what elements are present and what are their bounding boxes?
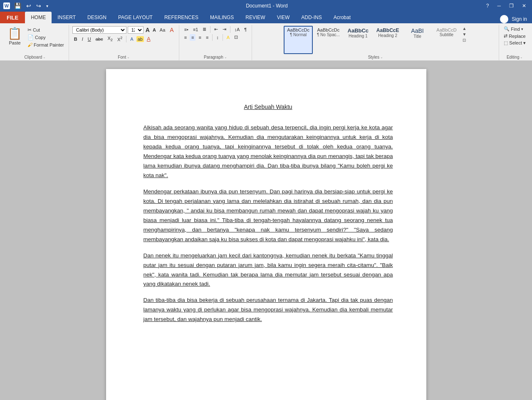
style-subtitle-label: Subtitle: [436, 32, 458, 37]
replace-icon: ⇄: [504, 33, 507, 39]
align-left-btn[interactable]: ≡: [183, 34, 188, 41]
cut-label: Cut: [33, 27, 40, 32]
restore-btn[interactable]: ❐: [507, 2, 516, 10]
clipboard-label[interactable]: Clipboard ⌄: [5, 55, 65, 59]
strikethrough-btn[interactable]: abc: [94, 36, 105, 42]
style-normal[interactable]: AaBbCcDc ¶ Normal: [284, 26, 313, 54]
style-heading2[interactable]: AaBbCcE Heading 2: [373, 26, 403, 54]
replace-button[interactable]: ⇄ Replace: [502, 33, 527, 39]
subscript-btn[interactable]: X2: [106, 35, 114, 43]
ribbon-tabs: FILE HOME INSERT DESIGN PAGE LAYOUT REFE…: [0, 12, 532, 23]
tab-acrobat[interactable]: Acrobat: [328, 12, 356, 23]
font-shrink-btn[interactable]: A: [152, 27, 157, 33]
bold-btn[interactable]: B: [72, 36, 79, 42]
editing-content: 🔍 Find ▾ ⇄ Replace ⬚ Select ▾: [502, 25, 527, 54]
clear-format-btn[interactable]: A: [168, 26, 175, 34]
font-family-selector[interactable]: Calibri (Body): [72, 26, 126, 34]
editing-label[interactable]: Editing ⌄: [502, 55, 527, 59]
paragraph-expand-icon: ⌄: [224, 55, 227, 59]
style-normal-preview: AaBbCcDc: [287, 27, 309, 32]
paragraph-label[interactable]: Paragraph ⌄: [183, 55, 249, 59]
save-quick-btn[interactable]: 💾: [12, 2, 23, 10]
style-scroll-up[interactable]: ▲: [462, 26, 468, 31]
justify-btn[interactable]: ≡: [204, 34, 210, 41]
window-controls: ? ─ ❐ ✕: [484, 2, 529, 10]
style-title[interactable]: AaBI Title: [403, 26, 432, 54]
document-page[interactable]: Arti Sebuah Waktu Alkisah ada seorang wa…: [106, 69, 426, 400]
highlight-btn[interactable]: ab: [136, 36, 144, 42]
font-group: Calibri (Body) 12 A A Aa A B I U abc X2 …: [69, 25, 179, 60]
style-scroll-down[interactable]: ▼: [462, 32, 468, 37]
paragraph-3[interactable]: Dan nenek itu mengeluarkan jam kecil dar…: [144, 251, 393, 289]
style-more[interactable]: ⊡: [462, 37, 468, 43]
numbering-btn[interactable]: ≡1: [191, 26, 200, 33]
para-row-1: ≡• ≡1 ≣ ⇤ ⇥ ↕A ¶: [183, 26, 249, 33]
close-btn[interactable]: ✕: [520, 2, 529, 10]
font-row-2: B I U abc X2 X2 A ab A: [72, 35, 152, 43]
tab-page-layout[interactable]: PAGE LAYOUT: [112, 12, 158, 23]
title-bar-title: Document1 - Word: [50, 3, 484, 9]
superscript-btn[interactable]: X2: [116, 35, 124, 43]
style-title-label: Title: [407, 34, 428, 39]
para-divider-4: [223, 34, 223, 41]
select-button[interactable]: ⬚ Select ▾: [502, 40, 527, 46]
para-divider-2: [230, 26, 230, 33]
styles-label[interactable]: Styles ⌄: [255, 55, 495, 59]
format-painter-button[interactable]: 🖌 Format Painter: [26, 42, 65, 48]
underline-btn[interactable]: U: [86, 36, 93, 42]
increase-indent-btn[interactable]: ⇥: [221, 26, 228, 33]
style-heading1-preview: AaBbCc: [347, 27, 369, 34]
font-label[interactable]: Font ⌄: [72, 55, 176, 59]
cut-icon: ✂: [27, 27, 32, 33]
tab-home[interactable]: HOME: [25, 12, 52, 23]
font-grow-btn[interactable]: A: [145, 26, 151, 34]
paragraph-4[interactable]: Dan tiba-tiba dia bisa bekerja di sebuah…: [144, 296, 393, 324]
sign-in-label[interactable]: Sign in: [512, 16, 527, 22]
font-expand-icon: ⌄: [127, 55, 130, 59]
redo-quick-btn[interactable]: ↪: [35, 2, 43, 10]
copy-button[interactable]: 📄 Copy: [26, 34, 65, 41]
cut-button[interactable]: ✂ Cut: [26, 27, 65, 33]
sign-in-area[interactable]: Sign in: [495, 15, 532, 23]
style-heading1[interactable]: AaBbCc Heading 1: [344, 26, 372, 54]
minimize-btn[interactable]: ─: [495, 2, 503, 10]
clipboard-content: 📋 Paste ✂ Cut 📄 Copy 🖌 Format Painter: [5, 25, 65, 54]
format-painter-icon: 🖌: [27, 42, 32, 48]
borders-btn[interactable]: ⊡: [233, 34, 240, 41]
tab-mailings[interactable]: MAILINGS: [204, 12, 240, 23]
tab-references[interactable]: REFERENCES: [158, 12, 204, 23]
sort-btn[interactable]: ↕A: [233, 26, 241, 33]
bullets-btn[interactable]: ≡•: [183, 26, 190, 33]
tab-design[interactable]: DESIGN: [82, 12, 112, 23]
text-effects-btn[interactable]: A: [129, 36, 135, 42]
tab-review[interactable]: REVIEW: [240, 12, 271, 23]
find-icon: 🔍: [504, 26, 510, 32]
change-case-btn[interactable]: Aa: [158, 27, 167, 33]
style-subtitle[interactable]: AaBbCcD Subtitle: [433, 26, 461, 54]
line-spacing-btn[interactable]: ↕: [215, 34, 220, 41]
shading-btn[interactable]: A: [225, 34, 231, 41]
italic-btn[interactable]: I: [80, 36, 85, 42]
decrease-indent-btn[interactable]: ⇤: [213, 26, 220, 33]
quick-access-more-btn[interactable]: ▾: [45, 3, 50, 9]
align-center-btn[interactable]: ≡: [190, 34, 195, 41]
align-right-btn[interactable]: ≡: [197, 34, 203, 41]
tab-view[interactable]: VIEW: [271, 12, 296, 23]
multilevel-list-btn[interactable]: ≣: [201, 26, 208, 33]
find-button[interactable]: 🔍 Find ▾: [502, 26, 524, 32]
font-size-selector[interactable]: 12: [128, 26, 144, 34]
style-normal-label: ¶ Normal: [287, 32, 309, 37]
paragraph-2[interactable]: Mendengar perkataan ibunya dia pun terse…: [144, 187, 393, 244]
undo-quick-btn[interactable]: ↩: [25, 2, 33, 10]
style-nospace[interactable]: AaBbCcDc ¶ No Spac...: [314, 26, 343, 54]
tab-insert[interactable]: INSERT: [52, 12, 82, 23]
tab-file[interactable]: FILE: [0, 12, 25, 23]
paste-button[interactable]: 📋 Paste: [5, 26, 25, 46]
show-formatting-btn[interactable]: ¶: [242, 26, 248, 33]
tab-add-ins[interactable]: ADD-INS: [295, 12, 327, 23]
paragraph-1[interactable]: Alkisah ada seorang wanita yang hidup di…: [144, 123, 393, 180]
app-body: Arti Sebuah Waktu Alkisah ada seorang wa…: [0, 61, 532, 400]
document-area[interactable]: Arti Sebuah Waktu Alkisah ada seorang wa…: [0, 61, 532, 400]
font-color-btn[interactable]: A: [145, 35, 152, 43]
help-btn[interactable]: ?: [484, 2, 492, 10]
